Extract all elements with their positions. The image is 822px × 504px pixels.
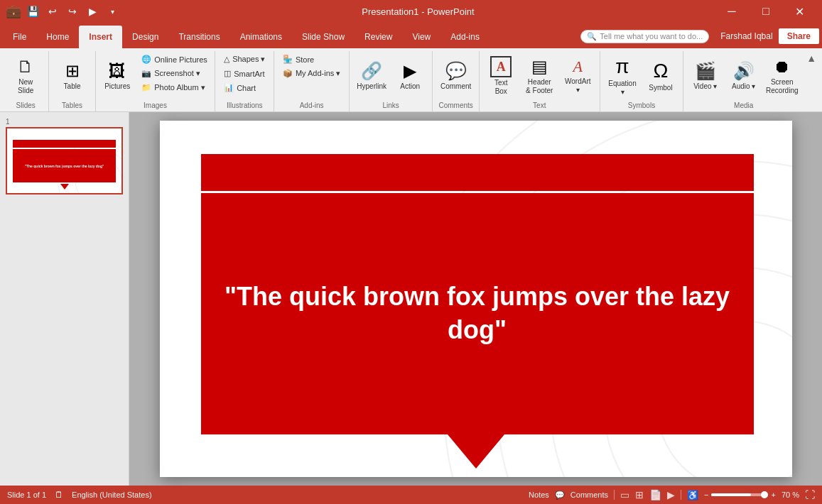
table-button[interactable]: ⊞ Table	[55, 53, 90, 99]
screen-recording-label: ScreenRecording	[766, 78, 799, 95]
store-button[interactable]: 🏪 Store	[279, 53, 344, 66]
slide-panel: 1 "The quick brown fox jumps over the la…	[0, 112, 129, 486]
slide-triangle	[448, 434, 504, 469]
zoom-level[interactable]: 70 %	[782, 491, 799, 499]
audio-button[interactable]: 🔊 Audio ▾	[726, 53, 762, 99]
action-button[interactable]: ▶ Action	[392, 53, 428, 99]
equation-button[interactable]: π Equation ▾	[605, 53, 640, 99]
chart-icon: 📊	[224, 83, 234, 92]
tell-me-input[interactable]: 🔍 Tell me what you want to do...	[580, 30, 709, 43]
normal-view-btn[interactable]: ▭	[620, 489, 629, 500]
comment-icon: 💬	[445, 61, 467, 81]
screen-recording-icon: ⏺	[774, 57, 791, 77]
text-group-content: A TextBox ▤ Header& Footer A WordArt ▾	[483, 51, 595, 102]
online-pictures-icon: 🌐	[141, 55, 151, 64]
shapes-button[interactable]: △ Shapes ▾	[220, 53, 269, 66]
online-pictures-button[interactable]: 🌐 Online Pictures	[138, 53, 211, 66]
maximize-btn[interactable]: □	[750, 0, 782, 23]
undo-qa-btn[interactable]: ↩	[44, 3, 61, 20]
thumb-red-box: "The quick brown fox jumps over the lazy…	[13, 149, 116, 182]
ribbon-group-text: A TextBox ▤ Header& Footer A WordArt ▾ T…	[480, 51, 600, 111]
video-button[interactable]: 🎬 Video ▾	[688, 53, 723, 99]
smartart-button[interactable]: ◫ SmartArt	[220, 67, 269, 80]
text-box-button[interactable]: A TextBox	[483, 53, 519, 99]
zoom-in-btn[interactable]: +	[771, 491, 775, 499]
accessibility-btn[interactable]: ♿	[687, 490, 698, 500]
my-addins-label: My Add-ins ▾	[296, 69, 340, 78]
pictures-icon: 🖼	[109, 61, 126, 81]
tab-addins[interactable]: Add-ins	[440, 26, 490, 48]
audio-icon: 🔊	[733, 61, 755, 81]
window-title: Presentation1 - PowerPoint	[362, 6, 474, 17]
comment-button[interactable]: 💬 Comment	[438, 53, 474, 99]
smartart-label: SmartArt	[234, 70, 264, 78]
minimize-btn[interactable]: ─	[715, 0, 748, 23]
header-footer-icon: ▤	[531, 57, 548, 77]
online-pictures-label: Online Pictures	[154, 55, 207, 64]
notes-button[interactable]: Notes	[529, 491, 549, 499]
screenshot-button[interactable]: 📷 Screenshot ▾	[138, 67, 211, 80]
equation-label: Equation ▾	[607, 80, 637, 97]
zoom-slider[interactable]: − +	[704, 491, 776, 499]
tab-design[interactable]: Design	[122, 26, 168, 48]
chart-button[interactable]: 📊 Chart	[220, 81, 269, 94]
slideshow-view-btn[interactable]: ▶	[667, 489, 675, 500]
pictures-label: Pictures	[104, 82, 130, 91]
zoom-thumb	[761, 491, 768, 498]
hyperlink-button[interactable]: 🔗 Hyperlink	[354, 53, 389, 99]
tab-file[interactable]: File	[3, 26, 36, 48]
slides-group-label: Slides	[16, 102, 36, 111]
zoom-out-btn[interactable]: −	[704, 491, 708, 499]
tab-transitions[interactable]: Transitions	[168, 26, 229, 48]
new-slide-icon: 🗋	[17, 57, 34, 77]
smartart-icon: ◫	[224, 69, 231, 78]
new-slide-button[interactable]: 🗋 NewSlide	[8, 53, 43, 99]
tab-slideshow[interactable]: Slide Show	[292, 26, 355, 48]
video-icon: 🎬	[695, 61, 716, 81]
fit-slide-btn[interactable]: ⛶	[805, 489, 815, 500]
tab-review[interactable]: Review	[355, 26, 402, 48]
wordart-button[interactable]: A WordArt ▾	[560, 53, 595, 99]
redo-qa-btn[interactable]: ↪	[64, 3, 81, 20]
status-separator-1	[614, 490, 615, 500]
comments-button[interactable]: Comments	[570, 491, 608, 499]
equation-icon: π	[615, 55, 629, 78]
pictures-button[interactable]: 🖼 Pictures	[99, 53, 135, 99]
present-qa-btn[interactable]: ▶	[84, 3, 101, 20]
photo-album-button[interactable]: 📁 Photo Album ▾	[138, 81, 211, 94]
text-group-label: Text	[533, 102, 546, 111]
close-btn[interactable]: ✕	[784, 0, 816, 23]
my-addins-button[interactable]: 📦 My Add-ins ▾	[279, 67, 344, 80]
tab-animations[interactable]: Animations	[230, 26, 292, 48]
wordart-icon: A	[573, 57, 583, 76]
slide-thumbnail-1[interactable]: "The quick brown fox jumps over the lazy…	[6, 127, 123, 195]
tab-home[interactable]: Home	[36, 26, 79, 48]
reading-view-btn[interactable]: 📄	[649, 489, 661, 500]
symbol-button[interactable]: Ω Symbol	[643, 53, 678, 99]
screenshot-icon: 📷	[141, 69, 151, 78]
ribbon-group-media: 🎬 Video ▾ 🔊 Audio ▾ ⏺ ScreenRecording Me…	[683, 51, 804, 111]
slide-red-body[interactable]: "The quick brown fox jumps over the lazy…	[201, 193, 754, 434]
customize-qa-btn[interactable]: ▾	[104, 3, 121, 20]
share-button[interactable]: Share	[779, 28, 819, 44]
images-group-content: 🖼 Pictures 🌐 Online Pictures 📷 Screensho…	[99, 51, 211, 102]
tab-insert[interactable]: Insert	[79, 26, 122, 48]
addins-group-content: 🏪 Store 📦 My Add-ins ▾	[279, 51, 344, 102]
main-area: 1 "The quick brown fox jumps over the la…	[0, 112, 822, 486]
images-group-label: Images	[144, 102, 167, 111]
language-indicator-icon: 🗒	[55, 490, 63, 500]
screen-recording-button[interactable]: ⏺ ScreenRecording	[764, 53, 800, 99]
zoom-fill	[711, 493, 751, 496]
zoom-track[interactable]	[711, 493, 768, 496]
illustrations-col: △ Shapes ▾ ◫ SmartArt 📊 Chart	[220, 53, 269, 94]
save-qa-btn[interactable]: 💾	[24, 3, 41, 20]
tab-view[interactable]: View	[402, 26, 440, 48]
ribbon-group-illustrations: △ Shapes ▾ ◫ SmartArt 📊 Chart Illustrati…	[215, 51, 274, 111]
header-footer-button[interactable]: ▤ Header& Footer	[521, 53, 557, 99]
slide-canvas[interactable]: "The quick brown fox jumps over the lazy…	[160, 121, 792, 477]
slide-sorter-btn[interactable]: ⊞	[635, 489, 644, 500]
user-name: Farshad Iqbal	[720, 31, 772, 41]
status-separator-2	[681, 490, 681, 500]
thumb-triangle	[60, 184, 69, 190]
ribbon-collapse-btn[interactable]: ▲	[804, 51, 819, 65]
